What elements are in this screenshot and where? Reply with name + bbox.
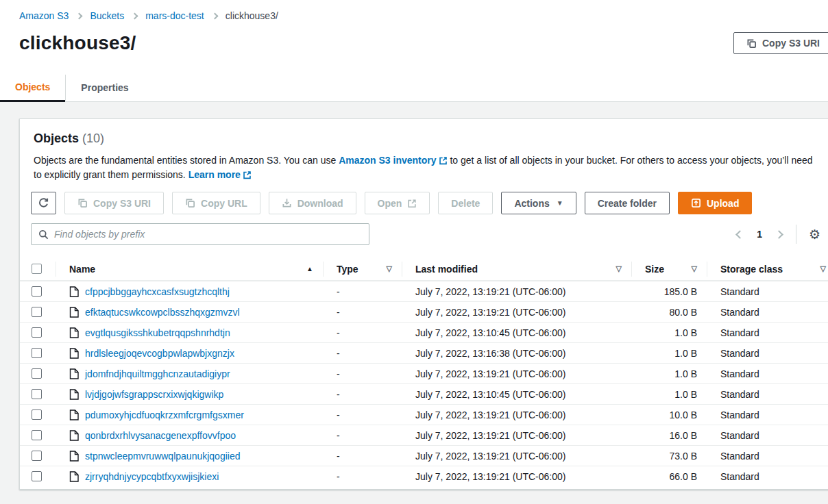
breadcrumb-buckets[interactable]: Buckets	[90, 10, 124, 21]
copy-icon	[185, 198, 195, 208]
object-name-link[interactable]: zjrryqhdnjycypcqbtfxyxwjisjkiexi	[85, 471, 219, 482]
row-checkbox[interactable]	[32, 471, 42, 481]
object-last-modified: July 7, 2022, 13:10:45 (UTC-06:00)	[402, 384, 631, 404]
table-row: qonbrdxrhlvysanacgenexpffovvfpoo - July …	[20, 425, 828, 445]
chevron-right-icon	[132, 12, 138, 19]
row-checkbox[interactable]	[32, 286, 42, 297]
column-header-size[interactable]: Size ▽	[631, 257, 707, 280]
file-icon	[69, 471, 79, 482]
row-checkbox[interactable]	[32, 368, 42, 379]
refresh-button[interactable]	[31, 192, 56, 214]
delete-button[interactable]: Delete	[438, 192, 493, 214]
object-last-modified: July 7, 2022, 13:19:21 (UTC-06:00)	[402, 302, 631, 322]
learn-more-link[interactable]: Learn more	[188, 169, 252, 180]
sort-icon: ▽	[387, 264, 392, 273]
previous-page-button[interactable]	[734, 229, 746, 240]
upload-button[interactable]: Upload	[678, 192, 752, 214]
object-name-link[interactable]: hrdlsleegjoqevcogbpwlapwbjxgnzjx	[85, 348, 234, 359]
object-name-link[interactable]: stpnwcleepmvruwwqlpaunukjqogiied	[85, 451, 240, 462]
column-header-last-modified[interactable]: Last modified ▽	[402, 257, 631, 280]
row-checkbox-cell	[20, 446, 56, 466]
pagination: 1 ⚙	[734, 225, 822, 244]
tab-properties[interactable]: Properties	[66, 73, 143, 102]
object-last-modified: July 7, 2022, 13:10:45 (UTC-06:00)	[402, 323, 631, 342]
file-icon	[69, 410, 79, 420]
search-input[interactable]	[54, 229, 362, 240]
sort-ascending-icon: ▲	[306, 265, 313, 273]
breadcrumb-amazon-s3[interactable]: Amazon S3	[19, 10, 69, 21]
actions-dropdown-button[interactable]: Actions ▼	[501, 192, 576, 214]
table-header-row: Name ▲ Type ▽ Last modified ▽ Size ▽ Sto…	[20, 257, 828, 281]
row-checkbox[interactable]	[32, 410, 42, 420]
tab-objects-label: Objects	[15, 81, 50, 92]
row-checkbox[interactable]	[32, 451, 42, 461]
object-name-link[interactable]: evgtlqusgiksshkubetrqqpshnrhdtjn	[85, 327, 230, 338]
row-checkbox-cell	[20, 466, 56, 486]
object-name-cell: pdumoxyhjcdfuoqkrzxmfcrgmfgsxmer	[56, 405, 323, 425]
column-header-type[interactable]: Type ▽	[323, 257, 402, 280]
row-checkbox[interactable]	[32, 307, 42, 317]
description-text-1: Objects are the fundamental entities sto…	[34, 155, 336, 166]
sort-icon: ▽	[820, 264, 826, 273]
current-page-number[interactable]: 1	[750, 229, 769, 240]
object-size: 1.0 B	[631, 364, 707, 383]
table-row: evgtlqusgiksshkubetrqqpshnrhdtjn - July …	[20, 322, 828, 342]
column-header-name[interactable]: Name ▲	[56, 257, 323, 280]
row-checkbox-cell	[20, 384, 56, 404]
open-button[interactable]: Open	[365, 192, 430, 214]
sort-icon: ▽	[692, 264, 697, 273]
learn-more-label: Learn more	[188, 169, 241, 180]
row-checkbox-cell	[20, 425, 56, 445]
copy-s3-uri-header-button[interactable]: Copy S3 URI	[733, 32, 828, 54]
caret-down-icon: ▼	[557, 199, 563, 207]
copy-url-button[interactable]: Copy URL	[172, 192, 260, 214]
row-checkbox[interactable]	[32, 430, 42, 440]
tab-bar: Objects Properties	[0, 73, 828, 102]
object-name-link[interactable]: qonbrdxrhlvysanacgenexpffovvfpoo	[85, 430, 236, 441]
copy-s3-uri-label: Copy S3 URI	[93, 198, 151, 209]
object-last-modified: July 7, 2022, 13:19:21 (UTC-06:00)	[402, 364, 631, 383]
object-name-link[interactable]: cfppcjbbggayhcxcasfxsugtzhcqlthj	[85, 286, 230, 297]
row-checkbox[interactable]	[32, 348, 42, 358]
file-icon	[69, 389, 79, 400]
objects-count: (10)	[82, 131, 104, 145]
actions-label: Actions	[514, 198, 549, 209]
object-type: -	[323, 446, 402, 466]
tab-objects[interactable]: Objects	[0, 73, 65, 102]
object-name-link[interactable]: lvjdjgojwfsgrappscrxixwjqkigwikp	[85, 389, 223, 400]
next-page-button[interactable]	[773, 229, 785, 240]
row-checkbox[interactable]	[32, 389, 42, 399]
row-checkbox-cell	[20, 323, 56, 342]
name-column-label: Name	[69, 264, 95, 275]
object-storage-class: Standard	[707, 302, 828, 322]
select-all-checkbox[interactable]	[32, 264, 42, 274]
object-name-link[interactable]: jdomfndjhquiltmgghcnzautadigiypr	[85, 368, 230, 379]
table-row: stpnwcleepmvruwwqlpaunukjqogiied - July …	[20, 445, 828, 466]
object-name-cell: jdomfndjhquiltmgghcnzautadigiypr	[56, 364, 323, 383]
object-size: 16.0 B	[631, 425, 707, 445]
preferences-gear-button[interactable]: ⚙	[807, 227, 822, 242]
object-storage-class: Standard	[707, 405, 828, 425]
column-header-storage-class[interactable]: Storage class ▽	[707, 257, 828, 280]
file-icon	[69, 348, 79, 359]
row-checkbox-cell	[20, 302, 56, 322]
object-size: 1.0 B	[631, 384, 707, 404]
objects-description: Objects are the fundamental entities sto…	[34, 153, 815, 182]
object-type: -	[323, 384, 402, 404]
download-button[interactable]: Download	[269, 192, 356, 214]
row-checkbox[interactable]	[32, 327, 42, 338]
create-folder-button[interactable]: Create folder	[585, 192, 670, 214]
breadcrumb-bucket-name[interactable]: mars-doc-test	[145, 10, 204, 21]
search-icon	[38, 229, 49, 240]
file-icon	[69, 368, 79, 379]
object-type: -	[323, 343, 402, 363]
object-name-link[interactable]: efktaqtucswkcowpclbsszhqxgzmvzvl	[85, 307, 240, 318]
copy-s3-uri-header-label: Copy S3 URI	[762, 38, 820, 49]
object-type: -	[323, 281, 402, 301]
copy-s3-uri-button[interactable]: Copy S3 URI	[64, 192, 164, 214]
size-column-label: Size	[645, 264, 664, 275]
object-type: -	[323, 466, 402, 486]
amazon-s3-inventory-link[interactable]: Amazon S3 inventory	[339, 155, 447, 166]
object-storage-class: Standard	[707, 384, 828, 404]
object-name-link[interactable]: pdumoxyhjcdfuoqkrzxmfcrgmfgsxmer	[85, 410, 244, 420]
